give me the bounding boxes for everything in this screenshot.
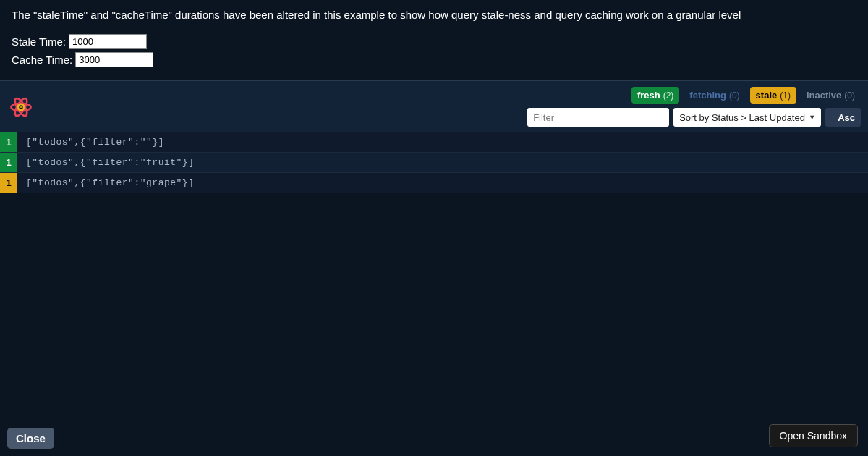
query-key: ["todos",{"filter":"grape"}] [23, 173, 868, 193]
cache-time-label: Cache Time: [12, 54, 72, 66]
query-key: ["todos",{"filter":""}] [23, 132, 868, 152]
query-row[interactable]: 1 ["todos",{"filter":"grape"}] [0, 173, 868, 193]
query-row[interactable]: 1 ["todos",{"filter":"fruit"}] [0, 153, 868, 173]
query-key: ["todos",{"filter":"fruit"}] [23, 153, 868, 172]
status-pill-fetching[interactable]: fetching(0) [684, 87, 745, 104]
cache-time-input[interactable] [75, 52, 153, 67]
status-pill-inactive[interactable]: inactive(0) [801, 87, 861, 104]
query-list: 1 ["todos",{"filter":""}] 1 ["todos",{"f… [0, 132, 868, 193]
devtools-panel: fresh(2) fetching(0) stale(1) inactive(0… [0, 80, 868, 193]
intro-text: The "staleTime" and "cacheTime" duration… [12, 9, 856, 21]
open-sandbox-button[interactable]: Open Sandbox [769, 424, 858, 447]
stale-time-input[interactable] [69, 34, 147, 49]
react-query-logo-icon [9, 95, 33, 119]
query-row[interactable]: 1 ["todos",{"filter":""}] [0, 132, 868, 153]
arrow-up-icon: ↑ [831, 114, 835, 122]
filter-input[interactable] [527, 108, 669, 127]
status-pill-stale[interactable]: stale(1) [750, 87, 796, 104]
stale-time-label: Stale Time: [12, 35, 66, 48]
status-pill-fresh[interactable]: fresh(2) [631, 87, 679, 104]
observer-count-badge: 1 [0, 132, 17, 152]
observer-count-badge: 1 [0, 153, 17, 172]
close-button[interactable]: Close [7, 428, 54, 449]
sort-select[interactable]: Sort by Status > Last Updated [673, 108, 821, 127]
svg-point-5 [20, 106, 22, 107]
observer-count-badge: 1 [0, 173, 17, 193]
sort-direction-button[interactable]: ↑ Asc [825, 108, 861, 127]
